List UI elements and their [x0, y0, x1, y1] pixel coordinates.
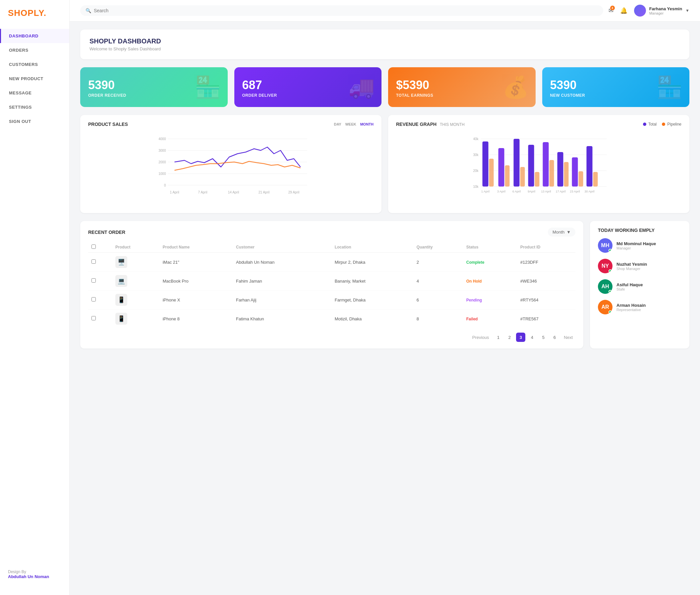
row-select-checkbox[interactable]	[91, 316, 96, 320]
page-1[interactable]: 1	[493, 333, 503, 342]
row-product-id: #TRE567	[517, 309, 575, 328]
orders-table: Product Product Name Customer Location Q…	[88, 242, 575, 328]
row-location: Farmget, Dhaka	[331, 290, 413, 309]
search-icon: 🔍	[85, 8, 91, 13]
tab-week[interactable]: WEEK	[345, 122, 356, 126]
svg-text:23 April: 23 April	[570, 190, 580, 193]
stat-icon-orders-received: 🏪	[194, 75, 221, 100]
col-customer: Customer	[233, 242, 331, 253]
notifications-button[interactable]: ✉ 3	[609, 7, 614, 14]
sidebar-item-orders[interactable]: ORDERS	[0, 43, 69, 57]
row-checkbox	[88, 253, 112, 272]
sidebar-item-sign-out[interactable]: SIGN OUT	[0, 114, 69, 129]
pagination: Previous 1 2 3 4 5 6 Next	[88, 333, 575, 342]
sidebar: SHOPLY. DASHBOARD ORDERS CUSTOMERS NEW P…	[0, 0, 70, 595]
legend-total-dot	[643, 122, 646, 126]
bell-icon: 🔔	[620, 7, 627, 14]
stat-icon-orders-deliver: 🚚	[348, 75, 375, 100]
sidebar-item-settings[interactable]: SETTINGS	[0, 100, 69, 114]
row-select-checkbox[interactable]	[91, 259, 96, 264]
row-product-thumb: 📱	[112, 309, 159, 328]
svg-text:21 April: 21 April	[259, 191, 269, 194]
chevron-down-icon: ▼	[566, 230, 571, 234]
tab-month[interactable]: MONTH	[360, 122, 374, 126]
svg-text:3 April: 3 April	[497, 190, 506, 193]
svg-text:14 April: 14 April	[228, 191, 239, 194]
search-input[interactable]	[94, 8, 598, 13]
table-row: 🖥️ iMac 21" Abdullah Un Noman Mirpur 2, …	[88, 253, 575, 272]
page-3[interactable]: 3	[516, 333, 525, 342]
row-status: Complete	[463, 253, 517, 272]
row-checkbox	[88, 309, 112, 328]
employees-list: MH Md Mominul Haque Manager NY Nuzhat Ye…	[598, 238, 681, 314]
design-by-name[interactable]: Abdullah Un Noman	[8, 574, 61, 579]
stat-card-earnings: $5390 TOTAL EARNINGS 💰	[388, 67, 536, 107]
col-product-thumb: Product	[112, 242, 159, 253]
employee-avatar: AR	[598, 300, 613, 314]
svg-rect-29	[528, 145, 534, 187]
pagination-next[interactable]: Next	[561, 334, 575, 341]
bell-button[interactable]: 🔔	[620, 7, 627, 14]
col-product-name: Product Name	[159, 242, 233, 253]
select-all-checkbox[interactable]	[91, 245, 96, 249]
employees-title: TODAY WORKING EMPLY	[598, 228, 681, 233]
product-thumbnail: 💻	[115, 275, 127, 287]
svg-text:17 April: 17 April	[556, 190, 565, 193]
svg-text:1 April: 1 April	[481, 190, 489, 193]
dashboard-subtitle: Welcome to Shoply Sales Dashboard	[89, 47, 680, 51]
row-customer: Fatima Khatun	[233, 309, 331, 328]
revenue-subtitle-text: THIS MONTH	[440, 122, 465, 127]
employee-status-dot	[609, 290, 612, 293]
row-select-checkbox[interactable]	[91, 278, 96, 283]
page-6[interactable]: 6	[550, 333, 559, 342]
employee-name: Md Mominul Haque	[617, 241, 656, 246]
status-badge: Complete	[466, 259, 485, 266]
employee-item: AH Asiful Haque Stafe	[598, 279, 681, 294]
search-wrapper[interactable]: 🔍	[80, 5, 603, 16]
product-sales-chart: PRODUCT SALES DAY WEEK MONTH	[80, 115, 381, 213]
col-checkbox	[88, 242, 112, 253]
header-icons: ✉ 3 🔔 Farhana Yesmin Manager ▼	[609, 5, 690, 17]
sidebar-item-dashboard[interactable]: DASHBOARD	[0, 29, 69, 43]
svg-text:1 April: 1 April	[170, 191, 179, 194]
revenue-graph-header: REVENUE GRAPH THIS MONTH Total Pipeline	[396, 121, 681, 127]
page-4[interactable]: 4	[527, 333, 537, 342]
employee-info: Arman Hosain Representative	[617, 303, 646, 312]
row-select-checkbox[interactable]	[91, 297, 96, 302]
col-quantity: Quantity	[413, 242, 463, 253]
legend-total-label: Total	[648, 122, 656, 126]
employee-item: AR Arman Hosain Representative	[598, 300, 681, 314]
employee-status-dot	[609, 270, 612, 273]
employee-name: Arman Hosain	[617, 303, 646, 308]
user-role: Manager	[649, 11, 682, 15]
logo-text: SHOPLY	[8, 8, 44, 18]
employee-info: Asiful Haque Stafe	[617, 282, 643, 291]
sidebar-item-message[interactable]: MESSAGE	[0, 86, 69, 100]
row-product-id: #WE346	[517, 272, 575, 290]
svg-rect-36	[579, 171, 583, 187]
page-2[interactable]: 2	[505, 333, 514, 342]
sidebar-item-new-product[interactable]: NEW PRODUCT	[0, 72, 69, 86]
tab-day[interactable]: DAY	[334, 122, 341, 126]
dashboard-title: SHOPLY DASHBOARD	[89, 37, 680, 45]
sidebar-nav: DASHBOARD ORDERS CUSTOMERS NEW PRODUCT M…	[0, 29, 69, 562]
row-product-name: iPhone X	[159, 290, 233, 309]
month-dropdown[interactable]: Month ▼	[548, 228, 575, 236]
employee-role: Stafe	[617, 287, 643, 291]
product-sales-tabs: DAY WEEK MONTH	[334, 122, 374, 126]
employee-status-dot	[609, 310, 612, 314]
row-product-thumb: 🖥️	[112, 253, 159, 272]
revenue-title-text: REVENUE GRAPH	[396, 121, 436, 127]
pagination-prev[interactable]: Previous	[470, 334, 492, 341]
sidebar-item-customers[interactable]: CUSTOMERS	[0, 57, 69, 72]
product-thumbnail: 📱	[115, 313, 127, 325]
product-sales-title: PRODUCT SALES	[88, 121, 128, 127]
sidebar-label-sign-out: SIGN OUT	[9, 119, 31, 124]
page-5[interactable]: 5	[539, 333, 548, 342]
content: SHOPLY DASHBOARD Welcome to Shoply Sales…	[70, 22, 700, 595]
user-menu[interactable]: Farhana Yesmin Manager ▼	[634, 5, 690, 17]
orders-table-body: 🖥️ iMac 21" Abdullah Un Noman Mirpur 2, …	[88, 253, 575, 328]
stat-card-orders-received: 5390 ORDER RECEIVED 🏪	[80, 67, 228, 107]
row-status: Pending	[463, 290, 517, 309]
notification-badge: 3	[610, 6, 615, 10]
